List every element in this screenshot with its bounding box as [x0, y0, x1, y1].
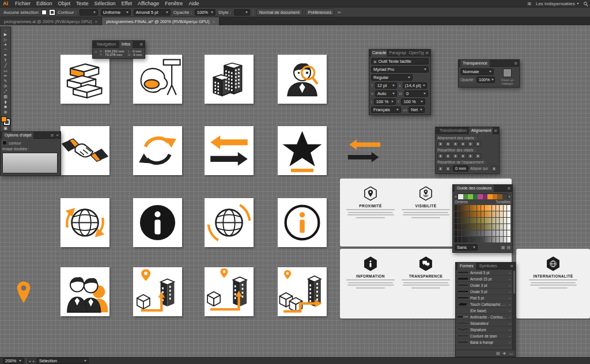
- menu-item[interactable]: Edition: [33, 0, 55, 7]
- close-icon[interactable]: ×: [212, 19, 215, 24]
- brush-definition-select[interactable]: Arrondi 5 pt: [134, 9, 171, 16]
- canvas-workspace[interactable]: PROXIMITÉVISIBILITÉPARTAGE INFORMATIONTR…: [0, 25, 590, 357]
- harmony-swatch[interactable]: [487, 194, 493, 199]
- draw-mode-icon[interactable]: ▣: [1, 126, 10, 131]
- artboard-next-icon[interactable]: ▸: [33, 359, 35, 363]
- delete-brush-icon[interactable]: ▭: [509, 351, 513, 356]
- harmony-swatch[interactable]: [493, 194, 498, 199]
- kerning-select[interactable]: Auto: [375, 90, 397, 97]
- leading-select[interactable]: (14,4 pt): [403, 82, 427, 89]
- panel-menu-icon[interactable]: ≡: [514, 61, 517, 66]
- brush-item[interactable]: Plat 5 pt∼: [456, 295, 515, 301]
- control-panel-menu-icon[interactable]: ≡: [337, 10, 341, 15]
- panel-menu-icon[interactable]: ≡: [50, 133, 54, 138]
- tab-symboles[interactable]: Symboles: [477, 263, 500, 270]
- search-icon[interactable]: [584, 2, 587, 5]
- tab-infos[interactable]: Infos: [119, 41, 133, 48]
- graphic-style-select[interactable]: [234, 9, 250, 16]
- eyedropper-tool[interactable]: ◗: [1, 100, 10, 105]
- align-option-button[interactable]: [491, 166, 497, 172]
- zoom-tool[interactable]: ⊕: [1, 110, 10, 115]
- close-icon[interactable]: ×: [95, 19, 98, 24]
- tab-caractere[interactable]: Caractère: [371, 50, 387, 56]
- tab-formes[interactable]: Formes: [457, 263, 476, 270]
- opacity-select[interactable]: 100%: [476, 77, 495, 83]
- tab-options-objet[interactable]: Options d'objet: [2, 132, 33, 139]
- align-option-button[interactable]: [452, 153, 459, 159]
- brush-item[interactable]: [De base]∼: [456, 308, 515, 314]
- menu-item[interactable]: Texte: [73, 0, 92, 7]
- panel-menu-icon[interactable]: ≡: [425, 51, 429, 55]
- touch-type-tool-button[interactable]: ▣Outil Texte tactile: [371, 58, 429, 65]
- align-option-button[interactable]: [445, 166, 451, 172]
- new-brush-icon[interactable]: ✚: [503, 351, 506, 356]
- workspace-switcher[interactable]: Les indispensables: [536, 1, 579, 6]
- opacity-select[interactable]: 100%: [195, 9, 215, 16]
- panel-menu-icon[interactable]: ≡: [510, 264, 513, 268]
- brush-item[interactable]: Ovale 5 pt∼: [456, 289, 515, 295]
- tab-alignement[interactable]: Alignement: [469, 127, 493, 134]
- harmony-right-arrow[interactable]: ▸: [509, 194, 510, 198]
- limit-colors-select[interactable]: Sans: [455, 244, 478, 251]
- preferences-button[interactable]: Préférences: [305, 9, 334, 16]
- align-option-button[interactable]: [445, 153, 451, 159]
- harmony-swatch[interactable]: [458, 194, 463, 199]
- stroke-weight-select[interactable]: [80, 9, 98, 16]
- harmony-swatch[interactable]: [502, 194, 508, 199]
- menu-item[interactable]: Effet: [119, 0, 135, 7]
- lasso-tool[interactable]: ◠: [1, 48, 10, 53]
- font-style-select[interactable]: Regular: [371, 74, 413, 81]
- app-logo[interactable]: Ai: [3, 1, 8, 6]
- harmony-swatch[interactable]: [478, 194, 483, 199]
- tab-paragraphe[interactable]: Paragraphe: [388, 50, 406, 56]
- brush-item[interactable]: Arrondi 15 pt∼: [456, 276, 515, 282]
- brush-libraries-icon[interactable]: ▤: [496, 351, 500, 356]
- menu-item[interactable]: Fichier: [12, 0, 33, 7]
- align-option-button[interactable]: [467, 141, 474, 147]
- brush-item[interactable]: Balai à frange∼: [456, 339, 515, 346]
- scale-tool[interactable]: ⤢: [1, 89, 10, 94]
- menu-item[interactable]: Fenêtre: [162, 0, 186, 7]
- color-variation-row[interactable]: [455, 218, 510, 223]
- font-size-select[interactable]: 12 pt: [375, 82, 397, 89]
- brush-item[interactable]: Signature∼: [456, 327, 515, 333]
- spacing-value-select[interactable]: 0 mm: [453, 165, 468, 172]
- align-option-button[interactable]: [445, 141, 451, 147]
- toolbar-collapse-icon[interactable]: »: [5, 28, 7, 32]
- tab-guide-des-couleurs[interactable]: Guide des couleurs: [455, 185, 494, 192]
- brush-item[interactable]: Ovale 3 pt∼: [456, 282, 515, 289]
- font-family-select[interactable]: Myriad Pro: [371, 66, 429, 73]
- language-select[interactable]: Français: [371, 107, 401, 113]
- tab-opentype[interactable]: OpenType: [407, 50, 424, 56]
- exchange-arrows-artwork[interactable]: [346, 137, 383, 165]
- harmony-swatch[interactable]: [468, 194, 473, 199]
- make-mask-button[interactable]: Créer un masque: [497, 78, 517, 85]
- harmony-swatch[interactable]: [463, 194, 468, 199]
- selection-tool[interactable]: ▶: [1, 32, 10, 37]
- close-icon[interactable]: ×: [56, 132, 59, 138]
- status-select[interactable]: Sélection: [37, 358, 89, 364]
- tab-transformation[interactable]: Transformation: [437, 127, 468, 134]
- stroke-profile-select[interactable]: Uniforme: [101, 9, 131, 16]
- pen-tool[interactable]: ✒: [1, 53, 10, 58]
- harmony-swatch[interactable]: [497, 194, 502, 199]
- menu-item[interactable]: Affichage: [135, 0, 162, 7]
- antialias-select[interactable]: Net: [409, 107, 425, 113]
- document-setup-button[interactable]: Normal de document: [256, 9, 302, 16]
- magic-wand-tool[interactable]: ✦: [1, 43, 10, 48]
- menu-item[interactable]: Objet: [55, 0, 74, 7]
- scrollbar[interactable]: [512, 270, 515, 350]
- brush-item[interactable]: Anthracite - Contour progressif∼: [456, 314, 515, 320]
- fill-stroke-swatches[interactable]: [1, 116, 10, 125]
- save-to-swatches-icon[interactable]: ▤: [506, 245, 510, 250]
- gradient-tool[interactable]: ▧: [1, 94, 10, 100]
- panel-menu-icon[interactable]: ≡: [139, 42, 143, 47]
- harmony-swatch[interactable]: [473, 194, 478, 199]
- menu-item[interactable]: Sélection: [92, 0, 119, 7]
- align-option-button[interactable]: [437, 166, 444, 172]
- align-option-button[interactable]: [437, 153, 444, 159]
- align-option-button[interactable]: [475, 153, 481, 159]
- hand-tool[interactable]: ✱: [1, 105, 10, 110]
- align-option-button[interactable]: [437, 141, 444, 147]
- color-variation-row[interactable]: [455, 205, 510, 211]
